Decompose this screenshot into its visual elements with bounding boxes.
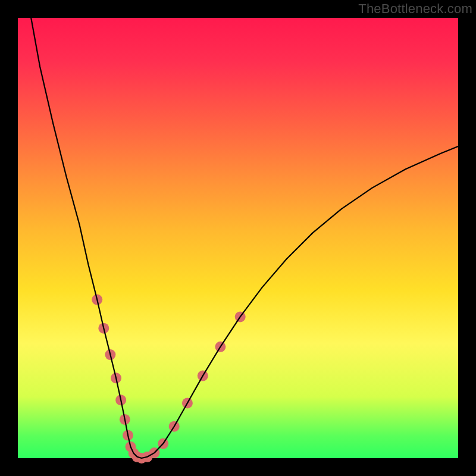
watermark-text: TheBottleneck.com <box>358 1 472 17</box>
plot-background-gradient <box>18 18 458 458</box>
chart-stage: TheBottleneck.com <box>0 0 476 476</box>
